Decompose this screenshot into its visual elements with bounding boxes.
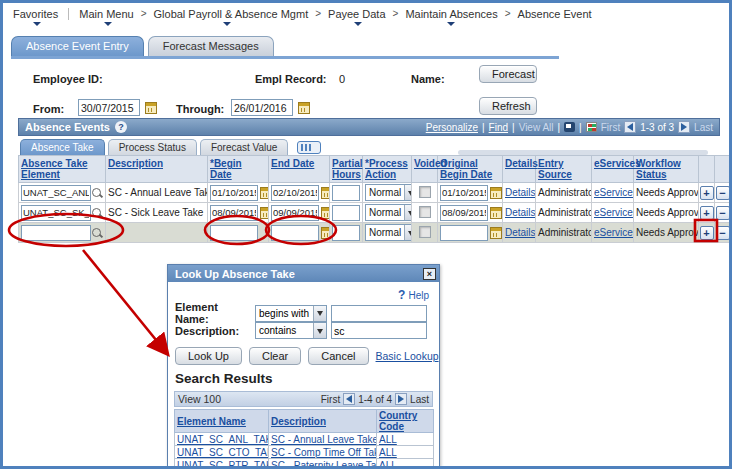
download-icon[interactable] [586, 122, 597, 132]
breadcrumb-main-menu[interactable]: Main Menu [79, 8, 133, 26]
col-element-name[interactable]: Element Name [175, 410, 269, 433]
refresh-button[interactable]: Refresh [479, 97, 537, 115]
details-link[interactable]: Details [505, 207, 536, 218]
result-description-link[interactable]: SC - Comp Time Off Take [271, 447, 377, 458]
col-details[interactable]: Details [505, 158, 538, 169]
grid-horizontal-scrollbar[interactable] [458, 150, 708, 155]
popout-icon[interactable] [564, 122, 575, 132]
next-page-button[interactable] [395, 393, 407, 405]
clear-button[interactable]: Clear [249, 347, 301, 365]
element-name-input[interactable] [331, 305, 427, 322]
description-input[interactable] [331, 322, 427, 339]
col-end-date[interactable]: End Date [271, 158, 314, 169]
original-begin-date-input[interactable] [440, 205, 488, 221]
details-link[interactable]: Details [505, 227, 536, 238]
result-element-link[interactable]: UNAT_SC_ANL_TAKE [177, 434, 269, 445]
begin-date-input[interactable] [210, 205, 258, 221]
calendar-icon[interactable] [321, 187, 330, 199]
personalize-link[interactable]: Personalize [426, 122, 478, 133]
close-icon[interactable]: × [423, 268, 436, 280]
absence-take-element-input[interactable] [21, 205, 91, 221]
lookup-magnifier-icon[interactable] [91, 187, 103, 199]
from-date-input[interactable] [78, 99, 140, 116]
delete-row-button[interactable]: − [716, 206, 730, 220]
view-100-link[interactable]: View 100 [178, 393, 221, 405]
through-date-input[interactable] [231, 99, 293, 116]
process-action-select[interactable]: Normal [365, 204, 412, 221]
details-link[interactable]: Details [505, 187, 536, 198]
eservices-link[interactable]: eServices [594, 207, 634, 218]
tab-forecast-value[interactable]: Forecast Value [200, 139, 289, 155]
begin-date-input[interactable] [210, 225, 258, 241]
tab-forecast-messages[interactable]: Forecast Messages [148, 36, 274, 56]
add-row-button[interactable]: + [700, 186, 714, 200]
help-link[interactable]: ?Help [398, 288, 429, 302]
delete-row-button[interactable]: − [716, 226, 730, 240]
add-row-button[interactable]: + [700, 226, 714, 240]
calendar-icon[interactable] [490, 227, 502, 239]
col-country-code[interactable]: Country Code [377, 410, 434, 433]
calendar-icon[interactable] [321, 227, 330, 239]
col-description[interactable]: Description [108, 158, 163, 169]
begin-date-input[interactable] [210, 185, 258, 201]
end-date-input[interactable] [271, 205, 319, 221]
lookup-magnifier-icon[interactable] [91, 207, 103, 219]
element-name-operator-select[interactable]: begins with [255, 305, 327, 322]
col-original-begin-date[interactable]: Original Begin Date [440, 158, 492, 180]
forecast-button[interactable]: Forecast [479, 65, 537, 83]
calendar-icon[interactable] [260, 207, 269, 219]
calendar-icon[interactable] [145, 102, 157, 114]
col-process-action[interactable]: *Process Action [365, 158, 408, 180]
original-begin-date-input[interactable] [440, 225, 488, 241]
delete-row-button[interactable]: − [716, 186, 730, 200]
calendar-icon[interactable] [298, 102, 310, 114]
process-action-select[interactable]: Normal [365, 224, 412, 241]
calendar-icon[interactable] [490, 187, 502, 199]
find-link[interactable]: Find [489, 122, 508, 133]
end-date-input[interactable] [271, 225, 319, 241]
col-eservices[interactable]: eServices [594, 158, 641, 169]
col-begin-date[interactable]: *Begin Date [210, 158, 242, 180]
breadcrumb-payee-data[interactable]: Payee Data [328, 8, 385, 26]
tab-absence-take[interactable]: Absence Take [20, 139, 105, 155]
original-begin-date-input[interactable] [440, 185, 488, 201]
voided-checkbox[interactable] [419, 206, 431, 218]
help-icon[interactable]: ? [115, 121, 127, 133]
previous-page-button[interactable] [343, 393, 355, 405]
absence-take-element-input[interactable] [21, 185, 91, 201]
tab-process-status[interactable]: Process Status [108, 139, 197, 155]
end-date-input[interactable] [271, 185, 319, 201]
basic-lookup-link[interactable]: Basic Lookup [376, 350, 439, 362]
eservices-link[interactable]: eServices [594, 187, 634, 198]
calendar-icon[interactable] [260, 187, 269, 199]
breadcrumb-maintain-absences[interactable]: Maintain Absences [405, 8, 497, 26]
col-entry-source[interactable]: Entry Source [538, 158, 572, 180]
add-row-button[interactable]: + [700, 206, 714, 220]
partial-hours-input[interactable] [332, 205, 360, 221]
description-operator-select[interactable]: contains [255, 322, 327, 339]
show-all-columns-icon[interactable] [297, 141, 321, 154]
result-description-link[interactable]: SC - Annual Leave Take [271, 434, 377, 445]
voided-checkbox[interactable] [419, 226, 431, 238]
result-country-link[interactable]: ALL [379, 460, 397, 469]
result-country-link[interactable]: ALL [379, 447, 397, 458]
breadcrumb-global-payroll[interactable]: Global Payroll & Absence Mgmt [154, 8, 309, 26]
lookup-button[interactable]: Look Up [175, 347, 242, 365]
eservices-link[interactable]: eServices [594, 227, 634, 238]
col-absence-take-element[interactable]: Absence Take Element [21, 158, 88, 180]
result-element-link[interactable]: UNAT_SC_CTO_TAKE [177, 447, 269, 458]
absence-take-element-input[interactable] [21, 225, 91, 241]
lookup-magnifier-icon[interactable] [91, 227, 103, 239]
col-description[interactable]: Description [269, 410, 377, 433]
cancel-button[interactable]: Cancel [308, 347, 368, 365]
result-description-link[interactable]: SC - Paternity Leave Take [271, 460, 377, 469]
partial-hours-input[interactable] [332, 185, 360, 201]
previous-page-button[interactable] [624, 121, 636, 133]
calendar-icon[interactable] [490, 207, 502, 219]
view-all-link[interactable]: View All [519, 122, 554, 133]
voided-checkbox[interactable] [419, 186, 431, 198]
calendar-icon[interactable] [321, 207, 330, 219]
col-partial-hours[interactable]: Partial Hours [332, 158, 363, 180]
result-element-link[interactable]: UNAT_SC_PTR_TAKE [177, 460, 269, 469]
next-page-button[interactable] [678, 121, 690, 133]
